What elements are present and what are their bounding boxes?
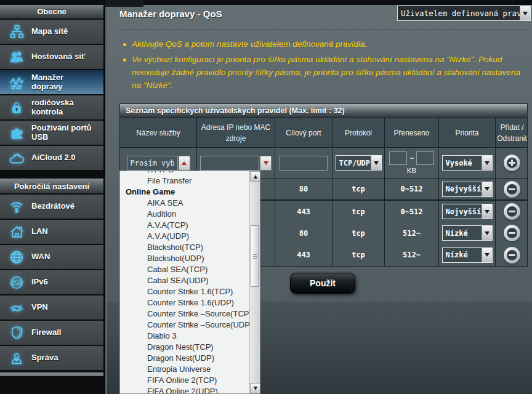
dropdown-item-clipped[interactable]: HTTPS (120, 171, 249, 175)
dropdown-item[interactable]: Counter Strike 1.6(UDP) (120, 297, 249, 308)
delete-rule-button[interactable] (504, 203, 520, 220)
sidebar-item-usb-application[interactable]: Používání portů USB (0, 121, 103, 146)
dropdown-item[interactable]: Entropia Universe (120, 364, 249, 375)
transferred-min-input[interactable] (389, 151, 407, 165)
add-rule-button[interactable] (504, 155, 520, 171)
priority-select[interactable]: Nízké (442, 247, 493, 263)
top-strip (0, 0, 532, 5)
cell-protocol: tcp (332, 179, 385, 199)
source-address-input[interactable] (200, 156, 259, 171)
destination-port-input[interactable] (280, 156, 328, 171)
service-name-input[interactable] (127, 156, 178, 171)
source-address-combo[interactable] (200, 156, 272, 171)
cell-transferred: 512~ (403, 229, 421, 238)
dropdown-item[interactable]: Diablo 3 (120, 331, 249, 342)
dropdown-item[interactable]: Counter Strike –Source(TCP) (120, 308, 249, 320)
chevron-down-icon[interactable] (520, 6, 530, 20)
dropdown-item[interactable]: A.V.A(UDP) (120, 231, 249, 242)
sidebar-section-general: Obecné (0, 4, 103, 20)
range-separator: ~ (409, 154, 414, 163)
sidebar-item-parental-controls[interactable]: rodičovská kontrola (0, 95, 103, 121)
dropdown-item[interactable]: FIFA Online 2(UDP) (120, 386, 249, 393)
administration-icon (7, 350, 26, 366)
chevron-down-icon[interactable] (482, 204, 492, 219)
cell-destination-port: 443 (297, 207, 310, 216)
sidebar: Obecné Mapa sítě Hostovaná síť (0, 0, 105, 394)
cell-destination-port: 80 (275, 179, 332, 199)
traffic-manager-icon (7, 74, 26, 90)
scroll-up-icon[interactable] (250, 171, 260, 182)
cell-protocol: tcp (352, 229, 365, 238)
priority-select[interactable]: Vysoké (442, 155, 493, 171)
dropdown-item[interactable]: Audition (120, 209, 249, 220)
sidebar-item-vpn[interactable]: VPN (0, 296, 103, 321)
dropdown-item[interactable]: Dragon Nest(TCP) (120, 342, 249, 353)
delete-rule-button[interactable] (504, 247, 520, 263)
sidebar-item-label: Firewall (31, 328, 61, 337)
sidebar-item-aicloud[interactable]: AiCloud 2.0 (0, 146, 103, 171)
sidebar-item-administration[interactable]: Správa (0, 346, 103, 371)
protocol-select[interactable]: TCP/UDP (336, 155, 382, 171)
col-protocol: Protokol (332, 118, 385, 147)
dropdown-item[interactable]: Blackshot(UDP) (120, 253, 249, 264)
col-service-name: Název služby (120, 118, 197, 147)
chevron-down-icon[interactable] (482, 182, 492, 196)
cell-transferred: 512~ (403, 251, 421, 259)
sidebar-item-label: Správa (31, 353, 58, 363)
sidebar-item-label: Mapa sítě (31, 27, 68, 36)
sidebar-section-advanced: Pokročilá nastavení (0, 179, 103, 195)
transferred-max-input[interactable] (416, 151, 434, 165)
dropdown-scrollbar[interactable] (249, 171, 260, 393)
minus-icon (507, 206, 517, 217)
sidebar-item-wan[interactable]: WAN (0, 245, 103, 270)
table-header-row: Název služby Adresa IP nebo MAC zdroje C… (120, 118, 527, 148)
dropdown-item[interactable]: File Transfer (120, 175, 249, 187)
priority-select[interactable]: Nejvyšší (442, 204, 493, 219)
plus-icon (507, 158, 517, 168)
dropdown-item[interactable]: Counter Strike 1.6(TCP) (120, 286, 249, 297)
network-map-icon (7, 24, 26, 40)
sidebar-item-firewall[interactable]: Firewall (0, 321, 103, 346)
delete-rule-button[interactable] (504, 181, 520, 198)
apply-button[interactable]: Použít (290, 273, 355, 294)
priority-select[interactable]: Nejvyšší (442, 182, 493, 197)
priority-select-value: Nejvyšší (443, 207, 482, 216)
chevron-down-icon[interactable] (371, 156, 381, 170)
protocol-select-value: TCP/UDP (336, 159, 371, 167)
sidebar-item-label: Manažer dopravy (31, 73, 88, 92)
dropdown-item[interactable]: Dragon Nest(UDP) (120, 353, 249, 364)
sidebar-item-lan[interactable]: LAN (0, 220, 103, 245)
sidebar-item-network-map[interactable]: Mapa sítě (0, 20, 103, 45)
chevron-down-icon[interactable] (482, 226, 492, 240)
vpn-icon (7, 300, 26, 316)
sidebar-item-wireless[interactable]: Bezdrátové (0, 195, 103, 220)
qos-mode-select-value: Uživatelem definovaná pravidla QoS (398, 9, 520, 18)
service-dropdown-list: HTTPS File TransferOnline GameAIKA SEAAu… (120, 171, 249, 393)
chevron-down-icon[interactable] (482, 156, 492, 170)
dropdown-item[interactable]: Cabal SEA(UDP) (120, 275, 249, 286)
sidebar-item-traffic-manager[interactable]: Manažer dopravy (0, 70, 103, 95)
dropdown-item[interactable]: Counter Strike –Source(UDP) (120, 320, 249, 331)
delete-rule-button[interactable] (504, 225, 520, 241)
dropdown-item[interactable]: Cabal SEA(TCP) (120, 264, 249, 275)
title-divider (119, 29, 528, 30)
minus-icon (507, 184, 517, 195)
service-name-combo[interactable] (127, 156, 190, 171)
sidebar-item-ipv6[interactable]: IPv6 IPv6 (0, 270, 103, 296)
cell-destination-port: 443 (297, 251, 310, 259)
priority-select[interactable]: Nízké (442, 225, 493, 241)
dropdown-item[interactable]: A.V.A(TCP) (120, 220, 249, 231)
qos-mode-select[interactable]: Uživatelem definovaná pravidla QoS (397, 6, 531, 21)
scrollbar-thumb[interactable] (251, 225, 259, 287)
sidebar-item-label: LAN (31, 227, 48, 236)
combo-arrow-down-icon[interactable] (260, 156, 272, 171)
scroll-down-icon[interactable] (250, 383, 260, 393)
dropdown-item[interactable]: AIKA SEA (120, 198, 249, 209)
priority-select-value: Nízké (443, 251, 482, 259)
sidebar-item-guest-network[interactable]: Hostovaná síť (0, 45, 103, 70)
dropdown-item[interactable]: FIFA Online 2(TCP) (120, 375, 249, 386)
sidebar-item-label: VPN (31, 303, 48, 312)
chevron-down-icon[interactable] (482, 248, 492, 262)
combo-arrow-up-icon[interactable] (179, 156, 190, 171)
dropdown-item[interactable]: Blackshot(TCP) (120, 242, 249, 253)
